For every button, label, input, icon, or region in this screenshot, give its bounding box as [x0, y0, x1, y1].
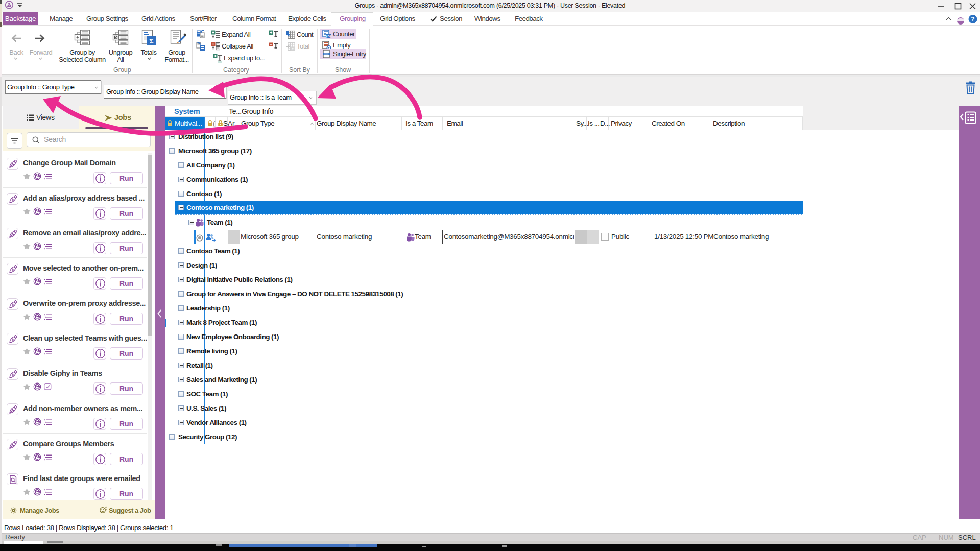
svg-text:(n): (n): [326, 34, 331, 38]
svg-text:Σ: Σ: [149, 37, 154, 45]
svg-text:?: ?: [971, 16, 974, 23]
svg-text:Σ: Σ: [292, 47, 294, 51]
